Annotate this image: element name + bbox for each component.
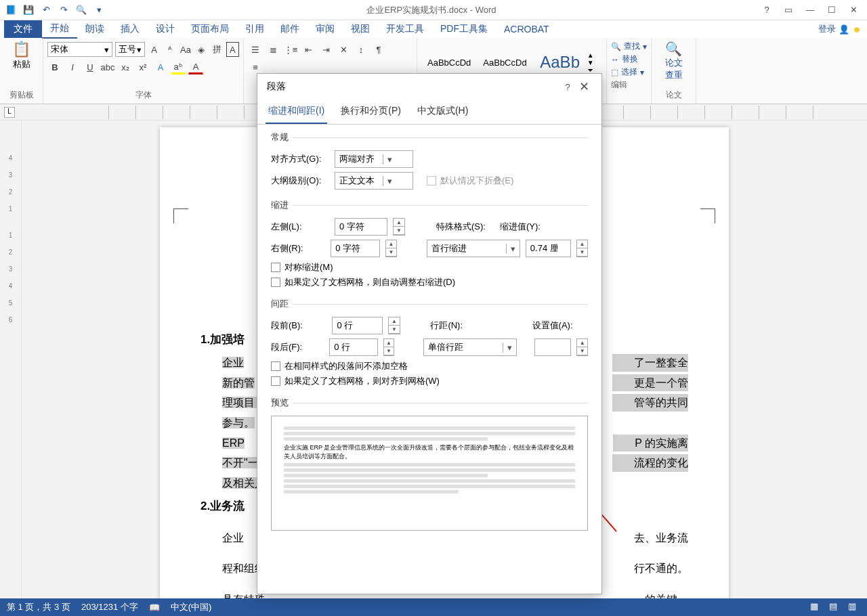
styles-more-icon[interactable]: ⏷	[587, 66, 594, 74]
border-icon[interactable]: A	[226, 42, 239, 57]
print-layout-icon[interactable]: ▤	[829, 601, 841, 613]
thesis-icon[interactable]: 🔍	[656, 41, 692, 57]
bullets-icon[interactable]: ☰	[248, 42, 263, 57]
spell-check-icon[interactable]: 📖	[149, 602, 160, 613]
tab-indents-spacing[interactable]: 缩进和间距(I)	[266, 100, 327, 124]
special-combo[interactable]: ▾	[427, 240, 520, 257]
paste-icon[interactable]: 📋	[4, 41, 39, 58]
minimize-icon[interactable]: —	[801, 3, 820, 17]
vertical-ruler[interactable]: 4321123456	[0, 120, 22, 598]
find-button[interactable]: 🔍 查找 ▾	[611, 41, 647, 52]
tab-home[interactable]: 开始	[42, 20, 77, 39]
after-input[interactable]	[329, 338, 377, 356]
login-area[interactable]: 登录 👤 ☻	[818, 23, 867, 35]
font-size-combo[interactable]: 五号▾	[115, 42, 145, 57]
nospace-same-style-checkbox[interactable]	[271, 361, 280, 371]
page-indicator[interactable]: 第 1 页，共 3 页	[7, 601, 70, 613]
tab-insert[interactable]: 插入	[112, 20, 148, 38]
font-name-combo[interactable]: 宋体▾	[47, 42, 112, 57]
outline-combo[interactable]: ▾	[335, 172, 413, 190]
dialog-help-icon[interactable]: ?	[559, 82, 576, 92]
redo-icon[interactable]: ↷	[57, 3, 70, 17]
show-marks-icon[interactable]: ¶	[371, 42, 386, 57]
at-spinner[interactable]: ▲▼	[576, 338, 588, 356]
style-heading1[interactable]: AaBb	[533, 49, 587, 75]
tab-layout[interactable]: 页面布局	[183, 20, 237, 38]
tab-pdf[interactable]: PDF工具集	[432, 20, 496, 38]
maximize-icon[interactable]: ☐	[822, 3, 841, 17]
tab-line-breaks[interactable]: 换行和分页(P)	[338, 100, 404, 124]
clear-format-icon[interactable]: ◈	[195, 42, 208, 57]
highlight-icon[interactable]: aᵇ	[171, 60, 186, 74]
italic-icon[interactable]: I	[65, 60, 80, 74]
line-spacing-combo[interactable]: ▾	[423, 338, 517, 356]
numbering-icon[interactable]: ≣	[266, 42, 280, 57]
strike-icon[interactable]: abc	[100, 60, 115, 74]
tab-developer[interactable]: 开发工具	[378, 20, 432, 38]
superscript-icon[interactable]: x²	[135, 60, 150, 74]
mirror-indent-checkbox[interactable]	[271, 263, 280, 272]
word-count[interactable]: 203/1231 个字	[81, 601, 138, 613]
increase-indent-icon[interactable]: ⇥	[318, 42, 333, 57]
style-normal[interactable]: AaBbCcDd	[421, 54, 477, 71]
subscript-icon[interactable]: x₂	[118, 60, 133, 74]
change-case-icon[interactable]: Aa	[179, 42, 192, 57]
before-input[interactable]	[332, 317, 383, 334]
styles-up-icon[interactable]: ▲	[587, 51, 594, 59]
by-input[interactable]	[526, 240, 571, 257]
undo-icon[interactable]: ↶	[39, 3, 53, 17]
ribbon-options-icon[interactable]: ▭	[779, 3, 798, 17]
save-icon[interactable]: 💾	[22, 3, 35, 17]
dialog-title-bar[interactable]: 段落 ? ✕	[257, 74, 601, 100]
tab-review[interactable]: 审阅	[308, 20, 343, 38]
tab-read[interactable]: 朗读	[77, 20, 112, 38]
multilevel-icon[interactable]: ⋮≡	[283, 42, 298, 57]
tab-chinese-typo[interactable]: 中文版式(H)	[415, 100, 471, 124]
by-spinner[interactable]: ▲▼	[576, 240, 588, 257]
bold-icon[interactable]: B	[47, 60, 62, 74]
left-indent-input[interactable]	[335, 218, 387, 236]
right-indent-input[interactable]	[331, 240, 380, 257]
language-indicator[interactable]: 中文(中国)	[171, 601, 212, 613]
font-color-icon[interactable]: A	[188, 60, 203, 74]
auto-indent-grid-checkbox[interactable]	[271, 278, 280, 287]
tab-acrobat[interactable]: ACROBAT	[496, 21, 557, 37]
collapse-checkbox[interactable]	[427, 176, 436, 185]
chevron-down-icon[interactable]: ▾	[506, 244, 520, 254]
at-input[interactable]	[534, 338, 572, 356]
shrink-font-icon[interactable]: ᴬ	[163, 42, 176, 57]
alignment-combo[interactable]: ▾	[335, 150, 413, 168]
tab-mailings[interactable]: 邮件	[272, 20, 308, 38]
tab-selector[interactable]: L	[4, 107, 15, 118]
tab-design[interactable]: 设计	[148, 20, 183, 38]
text-effects-icon[interactable]: A	[153, 60, 168, 74]
style-nospacing[interactable]: AaBbCcDd	[477, 54, 532, 71]
web-layout-icon[interactable]: ▥	[848, 601, 860, 613]
tab-references[interactable]: 引用	[237, 20, 272, 38]
underline-icon[interactable]: U	[83, 60, 98, 74]
file-tab[interactable]: 文件	[4, 20, 42, 38]
styles-down-icon[interactable]: ▼	[587, 59, 594, 66]
right-indent-spinner[interactable]: ▲▼	[385, 240, 397, 257]
read-mode-icon[interactable]: ▦	[810, 601, 822, 613]
chevron-down-icon[interactable]: ▾	[383, 176, 396, 186]
dialog-close-icon[interactable]: ✕	[576, 79, 592, 94]
close-window-icon[interactable]: ✕	[844, 3, 863, 17]
decrease-indent-icon[interactable]: ⇤	[301, 42, 316, 57]
chevron-down-icon[interactable]: ▾	[383, 154, 396, 164]
qat-dropdown-icon[interactable]: ▾	[92, 3, 106, 17]
snap-grid-checkbox[interactable]	[271, 376, 280, 386]
align-left-icon[interactable]: ≡	[248, 60, 263, 74]
tab-view[interactable]: 视图	[343, 20, 378, 38]
help-icon[interactable]: ?	[757, 3, 776, 17]
preview-icon[interactable]: 🔍	[75, 3, 88, 17]
grow-font-icon[interactable]: A	[148, 42, 161, 57]
after-spinner[interactable]: ▲▼	[383, 338, 395, 356]
chevron-down-icon[interactable]: ▾	[503, 343, 516, 353]
before-spinner[interactable]: ▲▼	[388, 317, 400, 334]
replace-button[interactable]: ↔ 替换	[611, 53, 647, 65]
left-indent-spinner[interactable]: ▲▼	[393, 218, 405, 236]
select-button[interactable]: ⬚ 选择 ▾	[611, 66, 647, 78]
phonetic-icon[interactable]: 拼	[211, 42, 224, 57]
sort-icon[interactable]: ↕	[354, 42, 368, 57]
